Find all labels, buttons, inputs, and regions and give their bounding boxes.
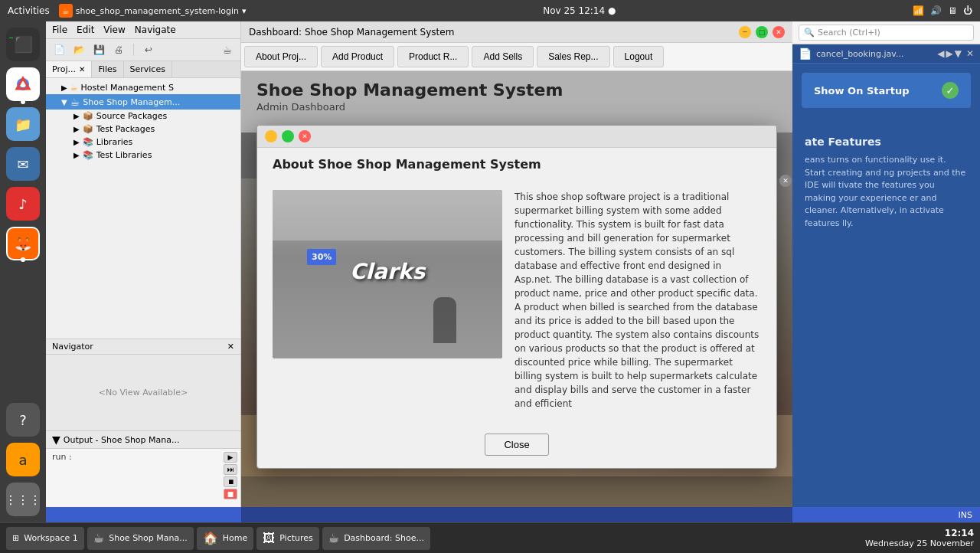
modal-body: Clarks 30% This shoe shop software proje… [257, 175, 776, 426]
expand-icon: ▶ [61, 83, 67, 92]
taskbar-workspace[interactable]: ⊞ Workspace 1 [6, 527, 84, 550]
tree-item-shoeshop[interactable]: ▼ ☕ Shoe Shop Managem... [46, 94, 240, 110]
no-view-label: <No View Available> [99, 388, 188, 398]
app-menu-arrow[interactable]: ▾ [242, 6, 247, 16]
project-icon: ☕ [70, 83, 78, 93]
dock-email[interactable]: ✉ [6, 147, 40, 181]
expand-icon[interactable]: ▼ [955, 48, 962, 59]
navigator-close[interactable]: ✕ [227, 342, 234, 352]
display-icon: 🖥 [948, 5, 957, 16]
file-icon: 📄 [799, 47, 812, 60]
taskbar-pictures[interactable]: 🖼 Pictures [256, 527, 319, 550]
maximize-button[interactable]: □ [756, 26, 768, 38]
tab-projects-label: Proj... [52, 64, 76, 74]
close-button[interactable]: ✕ [773, 26, 785, 38]
modal-maximize[interactable] [282, 130, 294, 142]
files-icon: 📁 [15, 116, 31, 133]
navigator-header: Navigator ✕ [46, 339, 240, 355]
tree-item-source-packages[interactable]: ▶ 📦 Source Packages [46, 110, 240, 123]
ide-tabs: Proj... ✕ Files Services [46, 61, 240, 78]
toolbar-print[interactable]: 🖨 [110, 41, 127, 58]
navigator-title: Navigator [52, 342, 93, 352]
library-icon: 📚 [83, 137, 93, 147]
dock-chrome[interactable] [6, 67, 40, 101]
dock-app-grid[interactable]: ⋮⋮⋮ [6, 483, 40, 516]
ide-navigator: Navigator ✕ <No View Available> [46, 339, 240, 430]
shoeshop-label: Shoe Shop Mana... [109, 533, 188, 543]
tab-projects[interactable]: Proj... ✕ [46, 61, 92, 77]
btn-about-project[interactable]: About Proj... [244, 46, 318, 67]
toolbar-new[interactable]: 📄 [51, 41, 67, 58]
btn-logout[interactable]: Logout [613, 46, 665, 67]
output-step[interactable]: ⏭ [224, 464, 237, 475]
search-box[interactable]: 🔍 Search (Ctrl+I) [799, 25, 974, 41]
workspace-label: Workspace 1 [24, 533, 78, 543]
home-label: Home [223, 533, 247, 543]
expand-icon: ▶ [74, 125, 80, 133]
file-name-label: cancel_booking.jav... [816, 49, 903, 59]
search-icon: 🔍 [804, 28, 815, 38]
tree-item-libraries[interactable]: ▶ 📚 Libraries [46, 136, 240, 149]
folder-icon: 📦 [83, 124, 93, 134]
panel-close-icon[interactable]: ✕ [779, 175, 792, 187]
btn-product-report[interactable]: Product R... [397, 46, 469, 67]
app-nav: About Proj... Add Product Product R... A… [241, 43, 792, 71]
tree-label: Hostel Management S [81, 83, 174, 93]
dock-terminal[interactable]: ⬛ _ [6, 28, 40, 61]
power-icon[interactable]: ⏻ [963, 5, 972, 16]
tree-item-test-libraries[interactable]: ▶ 📚 Test Libraries [46, 149, 240, 162]
project-tree: ▶ ☕ Hostel Management S ▼ ☕ Shoe Shop Ma… [46, 78, 240, 339]
expand-icon: ▶ [74, 138, 80, 146]
tree-item-test-packages[interactable]: ▶ 📦 Test Packages [46, 123, 240, 136]
modal-close-button[interactable]: Close [485, 434, 548, 456]
btn-add-sells[interactable]: Add Sells [472, 46, 534, 67]
modal-minimize[interactable] [265, 130, 277, 142]
app-indicator: ☕ shoe_shop_management_system-login ▾ [59, 4, 247, 18]
tab-services[interactable]: Services [124, 61, 172, 77]
toolbar-undo[interactable]: ↩ [140, 41, 157, 58]
tab-files-label: Files [98, 64, 116, 74]
btn-sales-report[interactable]: Sales Rep... [537, 46, 609, 67]
taskbar-dashboard[interactable]: ☕ Dashboard: Shoe... [322, 527, 430, 550]
dock-music[interactable]: ♪ [6, 187, 40, 221]
search-placeholder: Search (Ctrl+I) [818, 28, 880, 38]
checkmark-icon: ✓ [942, 82, 959, 99]
modal-close[interactable]: ✕ [299, 130, 311, 142]
project-icon: ☕ [70, 96, 80, 108]
tree-label: Shoe Shop Managem... [83, 97, 180, 107]
next-icon[interactable]: ▶ [946, 48, 952, 59]
dock-firefox[interactable]: 🦊 [6, 227, 40, 260]
tab-files[interactable]: Files [92, 61, 123, 77]
tab-close-icon[interactable]: ✕ [79, 65, 85, 74]
menu-view[interactable]: View [103, 25, 125, 35]
dock-help[interactable]: ? [6, 403, 40, 437]
btn-add-product[interactable]: Add Product [321, 46, 394, 67]
main-area: File Edit View Navigate 📄 📂 💾 🖨 ↩ ☕ Proj… [46, 21, 980, 522]
taskbar-shoeshop[interactable]: ☕ Shoe Shop Mana... [87, 527, 194, 550]
output-icon[interactable]: ▼ [52, 434, 60, 446]
menu-edit[interactable]: Edit [77, 25, 94, 35]
output-play[interactable]: ▶ [224, 452, 237, 463]
taskbar: ⊞ Workspace 1 ☕ Shoe Shop Mana... 🏠 Home… [0, 522, 980, 553]
close-tab-icon[interactable]: ✕ [966, 48, 974, 59]
shoeshop-icon: ☕ [93, 531, 104, 545]
dock-files[interactable]: 📁 [6, 107, 40, 141]
activities-button[interactable]: Activities [8, 5, 50, 16]
dock-amazon[interactable]: a [6, 443, 40, 476]
prev-icon[interactable]: ◀ [937, 48, 944, 59]
modal-image: Clarks 30% [273, 190, 502, 358]
taskbar-home[interactable]: 🏠 Home [197, 527, 253, 550]
minimize-button[interactable]: ─ [739, 26, 751, 38]
menu-file[interactable]: File [52, 25, 67, 35]
output-stop[interactable]: ⏹ [224, 476, 237, 487]
dashboard-icon: ☕ [328, 531, 339, 545]
tree-label: Test Libraries [96, 150, 152, 160]
section-title: ate Features [805, 136, 968, 148]
output-stop-red[interactable]: ■ [224, 489, 237, 499]
show-on-startup[interactable]: Show On Startup ✓ [802, 73, 971, 108]
tree-item-hostel[interactable]: ▶ ☕ Hostel Management S [46, 81, 240, 94]
toolbar-save[interactable]: 💾 [90, 41, 107, 58]
menu-navigate[interactable]: Navigate [135, 25, 176, 35]
toolbar-open[interactable]: 📂 [70, 41, 87, 58]
clarks-text: Clarks [350, 259, 425, 284]
